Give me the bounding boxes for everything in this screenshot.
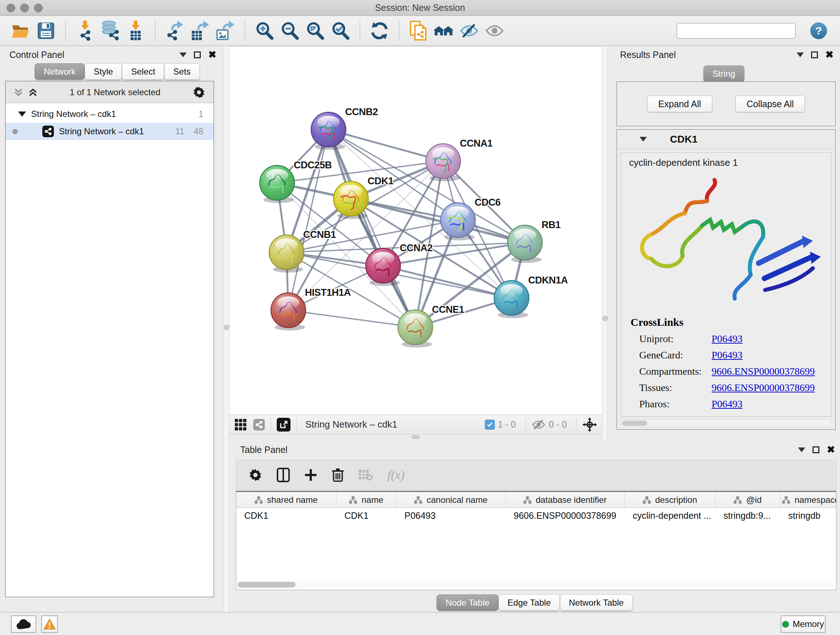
table-cell[interactable]: stringdb:9...: [715, 508, 780, 524]
network-options-gear-icon[interactable]: [193, 86, 205, 99]
tab-node-table[interactable]: Node Table: [437, 594, 499, 611]
column-header[interactable]: canonical name: [396, 492, 506, 508]
delete-column-trash-icon[interactable]: [332, 468, 344, 482]
tab-select[interactable]: Select: [122, 63, 164, 80]
delete-table-icon[interactable]: [358, 469, 373, 481]
show-all-button[interactable]: [484, 20, 505, 41]
export-table-button[interactable]: [189, 20, 210, 41]
splitter-handle[interactable]: [412, 435, 420, 439]
window-close-button[interactable]: [6, 4, 15, 12]
scrollbar-thumb[interactable]: [622, 421, 647, 426]
crosslink-link[interactable]: P06493: [712, 333, 743, 345]
right-splitter[interactable]: [602, 46, 608, 440]
zoom-out-button[interactable]: [279, 20, 300, 41]
tab-style[interactable]: Style: [85, 63, 122, 80]
network-row[interactable]: String Network – cdk1 11 48: [6, 123, 213, 140]
hidden-eye-slash-icon[interactable]: [531, 419, 546, 430]
table-scrollbar[interactable]: [238, 581, 835, 588]
warnings-button[interactable]: [41, 616, 58, 633]
save-session-button[interactable]: [35, 20, 57, 41]
network-edge[interactable]: [288, 130, 328, 310]
splitter-handle[interactable]: [602, 316, 608, 321]
help-button[interactable]: ?: [810, 22, 827, 39]
window-minimize-button[interactable]: [20, 4, 29, 12]
network-edge[interactable]: [288, 310, 415, 327]
network-node-CDKN1A[interactable]: CDKN1A: [494, 275, 568, 318]
network-node-HIST1H1A[interactable]: HIST1H1A: [271, 287, 351, 331]
import-network-from-file-button[interactable]: [74, 20, 95, 41]
hide-selected-button[interactable]: [459, 20, 480, 41]
horizontal-splitter[interactable]: [229, 434, 602, 440]
scrollbar-thumb[interactable]: [238, 582, 295, 587]
network-collection-row[interactable]: String Network – cdk1 1: [6, 105, 213, 123]
string-panel-icon[interactable]: [253, 419, 265, 431]
panel-menu-icon[interactable]: [798, 448, 805, 452]
collapse-all-chevron-icon[interactable]: [14, 88, 23, 97]
table-cell[interactable]: 9606.ENSP00000378699: [506, 508, 625, 524]
network-canvas[interactable]: CCNB2CCNA1CDC25BCDK1CDC6RB1CCNB1CCNA2CDK…: [229, 46, 602, 415]
selected-nodes-checkbox-icon[interactable]: [485, 420, 495, 430]
crosslink-link[interactable]: 9606.ENSP00000378699: [712, 366, 815, 377]
home-button[interactable]: [433, 20, 454, 41]
crosslink-link[interactable]: P06493: [712, 349, 743, 361]
panel-float-icon[interactable]: [811, 51, 818, 58]
fit-selected-crosshair-icon[interactable]: [583, 417, 597, 432]
table-row[interactable]: CDK1CDK1P064939606.ENSP00000378699cyclin…: [236, 508, 836, 524]
tab-network-table[interactable]: Network Table: [560, 594, 633, 611]
show-columns-icon[interactable]: [277, 468, 290, 482]
table-cell[interactable]: CDK1: [236, 508, 336, 524]
network-node-CCNA1[interactable]: CCNA1: [426, 138, 493, 181]
import-network-from-database-button[interactable]: [100, 20, 121, 41]
panel-float-icon[interactable]: [194, 51, 201, 58]
table-cell[interactable]: CDK1: [336, 508, 396, 524]
memory-button[interactable]: Memory: [781, 616, 826, 633]
column-header[interactable]: shared name: [236, 492, 336, 508]
table-cell[interactable]: P06493: [396, 508, 506, 524]
zoom-in-button[interactable]: [254, 20, 275, 41]
table-options-gear-icon[interactable]: [248, 468, 262, 482]
network-node-CDC25B[interactable]: CDC25B: [260, 160, 332, 203]
protein-result-header[interactable]: CDK1: [617, 130, 835, 149]
panel-menu-icon[interactable]: [797, 52, 804, 57]
tab-edge-table[interactable]: Edge Table: [499, 594, 560, 611]
search-input[interactable]: [681, 24, 793, 37]
splitter-handle[interactable]: [224, 325, 229, 330]
panel-close-icon[interactable]: ✖: [827, 445, 835, 455]
expand-all-chevron-icon[interactable]: [28, 88, 38, 97]
collapse-all-button[interactable]: Collapse All: [736, 96, 805, 112]
new-network-from-selection-button[interactable]: [408, 20, 429, 41]
panel-menu-icon[interactable]: [180, 52, 187, 57]
collection-expand-icon[interactable]: [18, 111, 26, 117]
network-node-CDK1[interactable]: CDK1: [333, 176, 393, 219]
zoom-fit-button[interactable]: [305, 20, 325, 41]
column-header[interactable]: namespace: [780, 492, 836, 508]
column-header[interactable]: @id: [715, 492, 780, 508]
left-splitter[interactable]: [224, 46, 229, 612]
panel-close-icon[interactable]: ✖: [825, 50, 834, 60]
panel-float-icon[interactable]: [813, 447, 819, 453]
tab-network[interactable]: Network: [35, 63, 85, 80]
column-header[interactable]: description: [625, 492, 715, 508]
cloud-status-button[interactable]: [11, 616, 36, 633]
panel-close-icon[interactable]: ✖: [208, 50, 216, 60]
network-graph[interactable]: CCNB2CCNA1CDC25BCDK1CDC6RB1CCNB1CCNA2CDK…: [229, 46, 602, 415]
export-network-button[interactable]: [164, 20, 185, 41]
collapse-section-icon[interactable]: [639, 137, 647, 141]
zoom-selected-button[interactable]: [330, 20, 351, 41]
window-zoom-button[interactable]: [34, 4, 43, 12]
birds-eye-view-icon[interactable]: [234, 418, 247, 431]
network-node-CCNB2[interactable]: CCNB2: [311, 106, 378, 150]
results-tab-string[interactable]: String: [704, 65, 745, 82]
results-scrollbar[interactable]: [621, 420, 831, 427]
import-table-from-file-button[interactable]: [125, 20, 146, 41]
export-image-button[interactable]: [215, 20, 236, 41]
column-header[interactable]: name: [336, 492, 396, 508]
first-neighbors-button[interactable]: [369, 20, 390, 41]
table-cell[interactable]: stringdb: [780, 508, 836, 524]
search-box[interactable]: [676, 23, 796, 39]
column-header[interactable]: database identifier: [506, 492, 625, 508]
expand-all-button[interactable]: Expand All: [647, 96, 712, 112]
network-node-RB1[interactable]: RB1: [508, 219, 561, 263]
tab-sets[interactable]: Sets: [164, 63, 200, 80]
open-in-browser-icon[interactable]: [277, 418, 291, 432]
